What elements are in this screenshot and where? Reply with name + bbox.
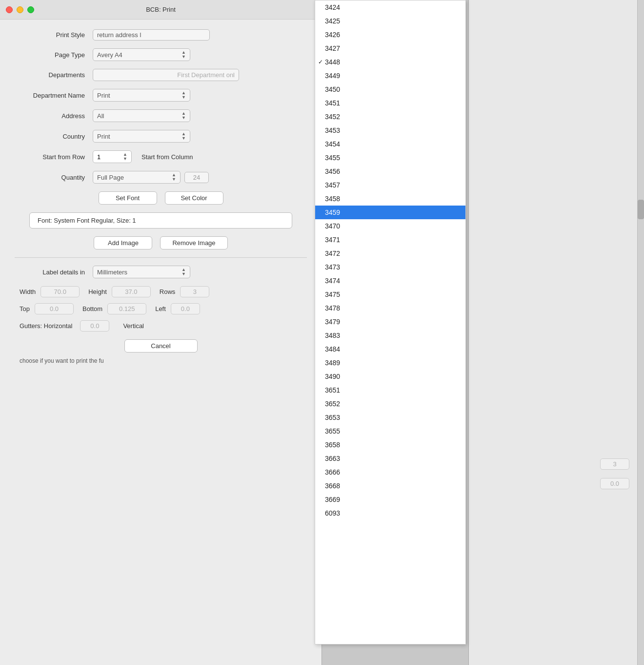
departments-control[interactable]: First Department onl <box>93 69 239 81</box>
dropdown-item[interactable]: 3669 <box>315 493 465 506</box>
page-type-control[interactable]: Avery A4 ▲ ▼ <box>93 48 190 61</box>
dropdown-item[interactable]: 3426 <box>315 28 465 42</box>
dropdown-item[interactable]: 3453 <box>315 124 465 137</box>
start-row-row: Start from Row ▲ ▼ Start from Column <box>15 150 307 163</box>
dropdown-item[interactable]: 3457 <box>315 178 465 192</box>
cancel-button[interactable]: Cancel <box>124 339 198 353</box>
dropdown-item[interactable]: 3456 <box>315 165 465 178</box>
font-color-row: Set Font Set Color <box>15 191 307 205</box>
maximize-button[interactable] <box>27 6 34 13</box>
department-name-down[interactable]: ▼ <box>181 95 186 100</box>
width-input[interactable] <box>40 286 80 297</box>
set-color-button[interactable]: Set Color <box>165 191 223 205</box>
page-type-label: Page Type <box>15 51 93 59</box>
left-label: Left <box>155 305 166 312</box>
dropdown-item[interactable]: 3652 <box>315 397 465 411</box>
dropdown-item[interactable]: 3472 <box>315 247 465 260</box>
page-type-stepper[interactable]: ▲ ▼ <box>181 50 186 59</box>
page-type-down[interactable]: ▼ <box>181 55 186 59</box>
department-name-label: Department Name <box>15 92 93 99</box>
dropdown-item[interactable]: 3449 <box>315 69 465 83</box>
dropdown-item[interactable]: 3474 <box>315 274 465 288</box>
print-style-row: Print Style return address l <box>15 29 307 41</box>
scrollbar[interactable] <box>637 0 644 665</box>
height-input[interactable] <box>112 286 151 297</box>
label-details-stepper[interactable]: ▲ ▼ <box>181 268 186 276</box>
page-type-value: Avery A4 <box>97 51 122 59</box>
dropdown-item[interactable]: 3490 <box>315 370 465 383</box>
start-row-stepper[interactable]: ▲ ▼ <box>123 152 127 161</box>
dropdown-item[interactable]: 3489 <box>315 356 465 370</box>
dropdown-item[interactable]: 3427 <box>315 42 465 55</box>
remove-image-button[interactable]: Remove Image <box>160 236 227 249</box>
quantity-stepper[interactable]: ▲ ▼ <box>172 173 176 182</box>
quantity-down[interactable]: ▼ <box>172 177 176 182</box>
address-stepper[interactable]: ▲ ▼ <box>181 111 186 120</box>
country-down[interactable]: ▼ <box>181 136 186 141</box>
dropdown-item[interactable]: 3483 <box>315 329 465 342</box>
image-row: Add Image Remove Image <box>15 236 307 249</box>
left-input[interactable] <box>171 303 200 314</box>
add-image-button[interactable]: Add Image <box>94 236 152 249</box>
dropdown-item[interactable]: 3459 <box>315 206 465 219</box>
dropdown-item[interactable]: 3651 <box>315 383 465 397</box>
dropdown-item[interactable]: 3424 <box>315 0 465 14</box>
dropdown-item[interactable]: 3458 <box>315 192 465 206</box>
quantity-control[interactable]: Full Page ▲ ▼ <box>93 171 181 184</box>
close-button[interactable] <box>6 6 13 13</box>
dropdown-item[interactable]: 3663 <box>315 452 465 465</box>
top-input[interactable] <box>35 303 74 314</box>
address-row: Address All ▲ ▼ <box>15 109 307 122</box>
start-row-down[interactable]: ▼ <box>123 157 127 161</box>
gutters-h-input[interactable] <box>80 320 109 332</box>
dropdown-item[interactable]: 3658 <box>315 438 465 452</box>
height-label: Height <box>88 288 107 295</box>
start-from-row-control[interactable]: ▲ ▼ <box>93 150 132 163</box>
dropdown-item[interactable]: 3451 <box>315 96 465 110</box>
dropdown-item[interactable]: 3448 <box>315 55 465 69</box>
country-label: Country <box>15 133 93 140</box>
rows-label: Rows <box>160 288 176 295</box>
label-details-row: Label details in Millimeters ▲ ▼ <box>15 266 307 278</box>
dropdown-item[interactable]: 3473 <box>315 260 465 274</box>
country-row: Country Print ▲ ▼ <box>15 130 307 143</box>
label-details-control[interactable]: Millimeters ▲ ▼ <box>93 266 190 278</box>
dropdown-item[interactable]: 3653 <box>315 411 465 424</box>
dropdown-item[interactable]: 3666 <box>315 465 465 479</box>
quantity-row: Quantity Full Page ▲ ▼ 24 <box>15 171 307 184</box>
address-control[interactable]: All ▲ ▼ <box>93 109 190 122</box>
print-style-control[interactable]: return address l <box>93 29 210 41</box>
start-from-row-input[interactable] <box>97 153 117 161</box>
dropdown-item[interactable]: 3484 <box>315 342 465 356</box>
dropdown-item[interactable]: 3455 <box>315 151 465 165</box>
department-name-stepper[interactable]: ▲ ▼ <box>181 91 186 100</box>
print-dialog: BCB: Print Print Style return address l … <box>0 0 322 665</box>
right-panel <box>468 0 644 665</box>
dropdown-item[interactable]: 3470 <box>315 219 465 233</box>
address-down[interactable]: ▼ <box>181 116 186 120</box>
label-details-down[interactable]: ▼ <box>181 272 186 276</box>
dropdown-item[interactable]: 3655 <box>315 424 465 438</box>
dropdown-item[interactable]: 6093 <box>315 506 465 520</box>
quantity-label: Quantity <box>15 174 93 181</box>
dropdown-item[interactable]: 3425 <box>315 14 465 28</box>
print-style-value: return address l <box>97 31 141 39</box>
dropdown-item[interactable]: 3454 <box>315 137 465 151</box>
dropdown-item[interactable]: 3475 <box>315 288 465 301</box>
minimize-button[interactable] <box>17 6 23 13</box>
dropdown-item[interactable]: 3478 <box>315 301 465 315</box>
country-stepper[interactable]: ▲ ▼ <box>181 132 186 141</box>
bottom-input[interactable] <box>107 303 146 314</box>
country-control[interactable]: Print ▲ ▼ <box>93 130 190 143</box>
dropdown-item[interactable]: 3668 <box>315 479 465 493</box>
scrollbar-thumb[interactable] <box>638 200 644 219</box>
department-name-control[interactable]: Print ▲ ▼ <box>93 89 190 102</box>
quantity-controls: Full Page ▲ ▼ 24 <box>93 171 209 184</box>
dropdown-item[interactable]: 3471 <box>315 233 465 247</box>
print-style-label: Print Style <box>15 31 93 39</box>
set-font-button[interactable]: Set Font <box>99 191 157 205</box>
dropdown-item[interactable]: 3450 <box>315 83 465 96</box>
rows-input[interactable] <box>180 286 209 297</box>
dropdown-item[interactable]: 3452 <box>315 110 465 124</box>
dropdown-item[interactable]: 3479 <box>315 315 465 329</box>
